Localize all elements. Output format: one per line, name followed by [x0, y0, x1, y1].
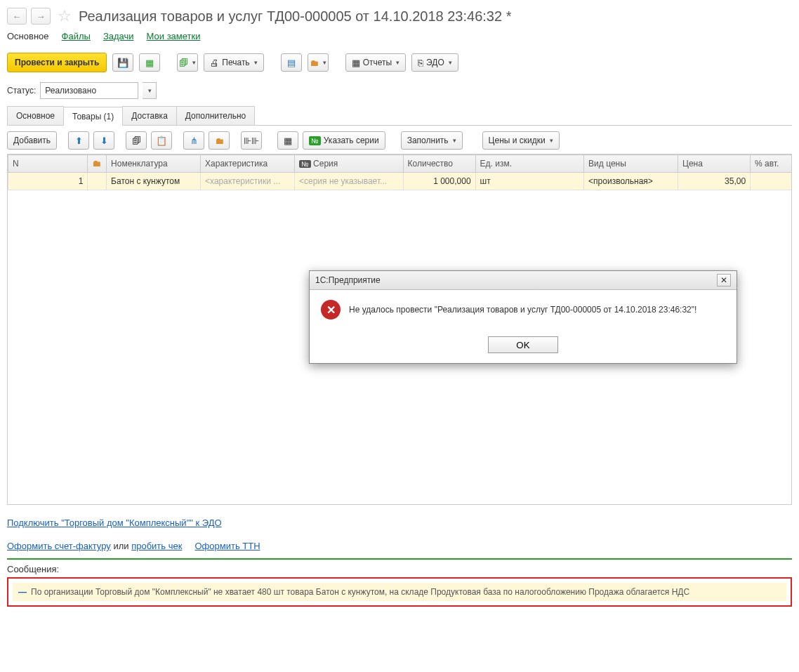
nav-notes[interactable]: Мои заметки [147, 31, 201, 41]
series-label: Указать серии [324, 136, 379, 145]
documents-icon: 🗐 [179, 58, 188, 67]
series-button[interactable]: №Указать серии [303, 131, 385, 150]
page-title: Реализация товаров и услуг ТД00-000005 о… [79, 8, 511, 25]
edo-button[interactable]: ⎘ЭДО▾ [411, 53, 458, 72]
cell-series[interactable]: <серия не указывает... [294, 173, 403, 190]
link-edo-connect[interactable]: Подключить "Торговый дом "Комплексный"" … [7, 518, 222, 528]
barcode-button[interactable]: ⊪⊪ [241, 131, 262, 150]
save-button[interactable]: 💾 [112, 53, 133, 72]
arrow-up-icon: ⬆ [75, 136, 83, 145]
dialog-text: Не удалось провести "Реализация товаров … [349, 305, 696, 315]
goods-table: N 🖿 Номенклатура Характеристика № Серия … [8, 154, 792, 190]
link-invoice[interactable]: Оформить счет-фактуру [7, 541, 111, 551]
chevron-down-icon: ▾ [192, 59, 196, 66]
messages-box: —По организации Торговый дом "Комплексны… [7, 577, 792, 607]
prices-label: Цены и скидки [489, 136, 546, 145]
error-icon: ✕ [321, 300, 341, 319]
printer-icon: 🖨 [210, 58, 219, 67]
cell-nomenclature[interactable]: Батон с кунжутом [107, 173, 201, 190]
col-series[interactable]: № Серия [294, 155, 403, 173]
col-characteristic[interactable]: Характеристика [201, 155, 295, 173]
forward-button[interactable]: → [31, 8, 51, 25]
col-pctauto[interactable]: % авт. [751, 155, 792, 173]
post-icon: ▦ [145, 58, 154, 67]
series-num-icon: № [299, 160, 311, 168]
dialog-ok-button[interactable]: OK [488, 336, 558, 353]
folder-icon: 🖿 [215, 136, 224, 145]
reports-label: Отчеты [363, 58, 392, 67]
arrow-down-icon: ⬇ [100, 136, 108, 145]
cell-characteristic[interactable]: <характеристики ... [201, 173, 295, 190]
nav-tasks[interactable]: Задачи [103, 31, 134, 41]
reports-button[interactable]: ▦Отчеты▾ [345, 53, 406, 72]
cell-n[interactable]: 1 [8, 173, 88, 190]
chevron-down-icon: ▾ [148, 87, 152, 94]
col-n[interactable]: N [8, 155, 88, 173]
error-dialog: 1С:Предприятие ✕ ✕ Не удалось провести "… [309, 270, 737, 364]
tab-delivery[interactable]: Доставка [122, 106, 177, 125]
tab-main[interactable]: Основное [7, 106, 64, 125]
print-button[interactable]: 🖨Печать▾ [204, 53, 263, 72]
reports-icon: ▦ [352, 58, 360, 67]
col-price[interactable]: Цена [678, 155, 751, 173]
grid-button[interactable]: ▦ [277, 131, 298, 150]
series-badge-icon: № [309, 136, 321, 145]
chevron-down-icon: ▾ [396, 59, 400, 66]
col-pricetype[interactable]: Вид цены [584, 155, 678, 173]
cell-price[interactable]: 35,00 [678, 173, 751, 190]
share-icon: ⋔ [190, 136, 198, 145]
col-qty[interactable]: Количество [403, 155, 475, 173]
dash-icon: — [18, 587, 27, 597]
cell-unit[interactable]: шт [475, 173, 584, 190]
paste-button[interactable]: 📋 [151, 131, 172, 150]
col-unit[interactable]: Ед. изм. [475, 155, 584, 173]
chevron-down-icon: ▾ [449, 59, 452, 66]
cell-pctauto[interactable] [751, 173, 792, 190]
status-select[interactable]: Реализовано [40, 82, 138, 99]
fill-label: Заполнить [407, 136, 449, 145]
icon-button-1[interactable]: ▤ [281, 53, 302, 72]
link-check[interactable]: пробить чек [131, 541, 182, 551]
status-value: Реализовано [45, 86, 96, 95]
back-button[interactable]: ← [7, 8, 27, 25]
cell-pricetype[interactable]: <произвольная> [584, 173, 678, 190]
nav-files[interactable]: Файлы [62, 31, 91, 41]
status-dropdown-button[interactable]: ▾ [143, 82, 157, 99]
doc-action-button[interactable]: 🗐▾ [177, 53, 198, 72]
icon-button-2[interactable]: 🖿▾ [308, 53, 329, 72]
tab-goods[interactable]: Товары (1) [63, 107, 123, 126]
fill-button[interactable]: Заполнить▾ [401, 131, 463, 150]
favorite-star-icon[interactable]: ☆ [58, 7, 72, 25]
link-ttn[interactable]: Оформить ТТН [194, 541, 260, 551]
message-item[interactable]: —По организации Торговый дом "Комплексны… [13, 583, 786, 601]
nav-main[interactable]: Основное [7, 31, 49, 41]
dialog-close-button[interactable]: ✕ [717, 274, 731, 286]
add-row-button[interactable]: Добавить [7, 131, 57, 150]
cell-qty[interactable]: 1 000,000 [403, 173, 475, 190]
col-folder[interactable]: 🖿 [88, 155, 107, 173]
save-icon: 💾 [117, 58, 128, 67]
divider [7, 558, 792, 560]
chevron-down-icon: ▾ [550, 137, 553, 144]
cell-folder[interactable] [88, 173, 107, 190]
table-row[interactable]: 1 Батон с кунжутом <характеристики ... <… [8, 173, 793, 190]
tab-extra[interactable]: Дополнительно [176, 106, 255, 125]
move-down-button[interactable]: ⬇ [93, 131, 114, 150]
prices-discounts-button[interactable]: Цены и скидки▾ [482, 131, 560, 150]
post-and-close-button[interactable]: Провести и закрыть [7, 53, 107, 72]
share-button[interactable]: ⋔ [183, 131, 204, 150]
copy-button[interactable]: 🗐 [126, 131, 147, 150]
messages-label: Сообщения: [7, 564, 792, 574]
folder-button[interactable]: 🖿 [209, 131, 230, 150]
post-button[interactable]: ▦ [139, 53, 160, 72]
col-nomenclature[interactable]: Номенклатура [107, 155, 201, 173]
barcode-icon: ⊪⊪ [244, 136, 259, 145]
chevron-down-icon: ▾ [453, 137, 456, 144]
move-up-button[interactable]: ⬆ [68, 131, 89, 150]
edo-icon: ⎘ [418, 58, 423, 67]
folder-icon: 🖿 [310, 58, 319, 67]
list-icon: ▤ [287, 58, 296, 67]
print-label: Печать [222, 58, 249, 67]
chevron-down-icon: ▾ [323, 59, 326, 66]
arrow-right-icon: → [37, 11, 46, 22]
